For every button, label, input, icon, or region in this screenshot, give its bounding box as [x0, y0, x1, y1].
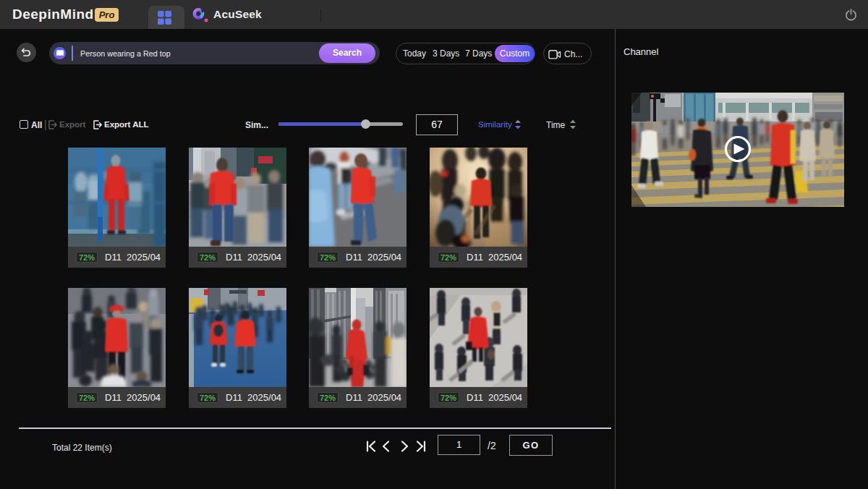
svg-text:AcuSeek: AcuSeek	[213, 8, 262, 20]
